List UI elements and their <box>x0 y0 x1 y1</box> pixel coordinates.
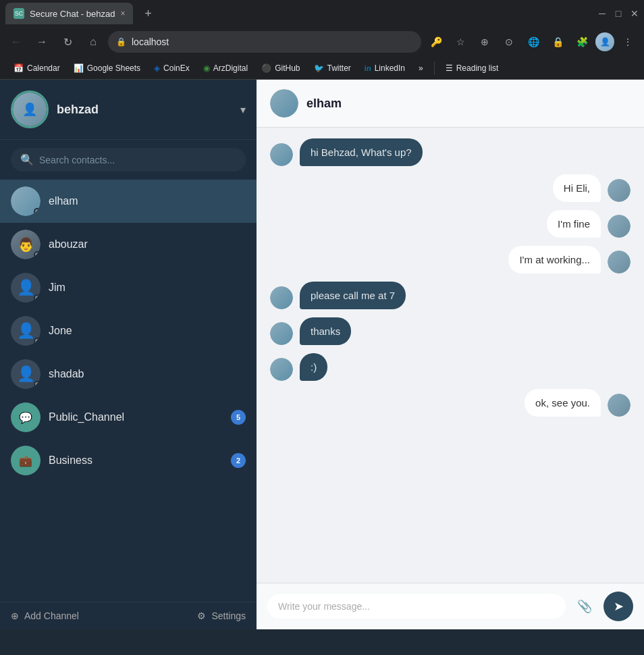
attach-button[interactable]: 📎 <box>572 594 597 619</box>
message-row: ok, see you. <box>270 389 630 417</box>
contact-item-elham[interactable]: elham <box>0 180 257 223</box>
bookmark-twitter[interactable]: 🐦 Twitter <box>308 61 356 75</box>
contact-item-abouzar[interactable]: 👨 abouzar <box>0 223 257 266</box>
message-bubble: I'm at working... <box>508 246 601 273</box>
contact-item-public-channel[interactable]: 💬 Public_Channel 5 <box>0 396 257 439</box>
star-button[interactable]: ☆ <box>450 31 471 53</box>
message-bubble: Hi Eli, <box>553 174 601 202</box>
message-bubble: ok, see you. <box>525 389 601 417</box>
address-text: localhost <box>132 36 169 47</box>
twitter-icon: 🐦 <box>314 63 324 73</box>
user-dropdown-button[interactable]: ▾ <box>240 103 246 116</box>
contact-avatar-business: 💼 <box>11 446 41 475</box>
bookmark-github[interactable]: ⚫ GitHub <box>256 61 305 75</box>
message-bubble: hi Behzad, What's up? <box>300 138 423 166</box>
more-bookmarks-button[interactable]: » <box>413 61 429 75</box>
bookmark-sheets[interactable]: 📊 Google Sheets <box>68 61 146 75</box>
minimize-button[interactable]: ─ <box>598 9 606 18</box>
contact-item-business[interactable]: 💼 Business 2 <box>0 439 257 482</box>
contact-name-shadab: shadab <box>49 368 246 380</box>
bookmark-label: CoinEx <box>163 63 190 73</box>
message-avatar <box>608 394 630 417</box>
tab-favicon: SC <box>14 8 24 19</box>
bookmark-label: GitHub <box>275 63 300 73</box>
sidebar: 👤 behzad ▾ 🔍 elham 👨 <box>0 80 257 629</box>
message-avatar <box>608 179 630 202</box>
online-indicator <box>34 338 41 344</box>
bookmarks-bar: 📅 Calendar 📊 Google Sheets ◈ CoinEx ◉ Ar… <box>0 57 644 80</box>
arzdigital-icon: ◉ <box>203 63 210 73</box>
translate-icon: 🌐 <box>522 31 544 53</box>
contact-item-jim[interactable]: 👤 Jim <box>0 266 257 309</box>
add-channel-button[interactable]: ⊕ Add Channel <box>11 610 79 621</box>
bookmark-coinex[interactable]: ◈ CoinEx <box>149 61 195 75</box>
lock-icon: 🔒 <box>116 37 126 47</box>
back-button[interactable]: ← <box>5 31 27 53</box>
contact-name-elham: elham <box>49 195 246 207</box>
online-indicator <box>34 208 41 215</box>
home-button[interactable]: ⌂ <box>82 31 104 53</box>
forward-button[interactable]: → <box>31 31 53 53</box>
browser-chrome: SC Secure Chat - behzad × + ─ □ ✕ ← → ↻ … <box>0 0 644 80</box>
bookmark-calendar[interactable]: 📅 Calendar <box>8 61 65 75</box>
new-tab-button[interactable]: + <box>138 4 157 23</box>
key-icon: 🔑 <box>425 31 447 53</box>
message-avatar <box>270 286 293 309</box>
contact-name-business: Business <box>49 454 223 467</box>
title-bar: SC Secure Chat - behzad × + ─ □ ✕ <box>0 0 644 27</box>
sidebar-header: 👤 behzad ▾ <box>0 80 257 140</box>
send-icon: ➤ <box>614 599 624 614</box>
bookmark-label: LinkedIn <box>375 63 405 73</box>
message-avatar <box>270 322 293 345</box>
profile-button[interactable]: 👤 <box>595 32 614 51</box>
nav-actions: 🔑 ☆ ⊕ ⊙ 🌐 🔒 🧩 👤 ⋮ <box>425 31 639 53</box>
message-avatar <box>608 251 630 273</box>
bookmark-arzdigital[interactable]: ◉ ArzDigital <box>198 61 253 75</box>
message-avatar <box>270 358 293 381</box>
contact-avatar-public-channel: 💬 <box>11 402 41 432</box>
contact-avatar-elham <box>11 186 41 216</box>
more-button[interactable]: ⋮ <box>617 31 639 53</box>
message-row: please call me at 7 <box>270 282 630 309</box>
settings-label: Settings <box>211 610 246 621</box>
channel-icon: 💼 <box>19 454 32 467</box>
message-input[interactable] <box>267 594 566 619</box>
message-row: I'm fine <box>270 210 630 238</box>
chat-contact-name: elham <box>306 97 342 111</box>
extensions-button[interactable]: 🧩 <box>571 31 593 53</box>
chat-contact-avatar <box>270 89 298 117</box>
bookmark-label: ArzDigital <box>213 63 248 73</box>
send-button[interactable]: ➤ <box>603 592 633 621</box>
channel-icon: 💬 <box>19 411 32 424</box>
online-indicator <box>34 251 41 258</box>
close-window-button[interactable]: ✕ <box>630 9 639 18</box>
search-box: 🔍 <box>11 148 246 172</box>
profile-icon: 👤 <box>595 32 614 51</box>
address-bar[interactable]: 🔒 localhost <box>108 31 421 53</box>
contact-item-jone[interactable]: 👤 Jone <box>0 309 257 352</box>
tab-close-button[interactable]: × <box>120 9 125 18</box>
reload-button[interactable]: ↻ <box>57 31 78 53</box>
message-row: hi Behzad, What's up? <box>270 138 630 166</box>
settings-button[interactable]: ⚙ Settings <box>197 610 246 621</box>
message-bubble: :) <box>300 353 327 381</box>
reading-list-label: Reading list <box>456 63 499 73</box>
bookmark-linkedin[interactable]: in LinkedIn <box>359 61 410 75</box>
settings-icon: ⚙ <box>197 610 206 621</box>
browser-tab[interactable]: SC Secure Chat - behzad × <box>5 3 133 24</box>
add-channel-label: Add Channel <box>24 610 79 621</box>
user-name: behzad <box>57 103 232 117</box>
chat-area: elham hi Behzad, What's up? Hi Eli, <box>257 80 644 629</box>
message-row: thanks <box>270 317 630 345</box>
reading-list-icon: ☰ <box>446 63 453 73</box>
contact-avatar-abouzar: 👨 <box>11 230 41 259</box>
maximize-button[interactable]: □ <box>614 9 622 18</box>
message-bubble: I'm fine <box>547 210 601 238</box>
contact-item-shadab[interactable]: 👤 shadab <box>0 352 257 396</box>
search-input[interactable] <box>39 155 236 165</box>
window-controls: ─ □ ✕ <box>598 9 639 18</box>
app-container: 👤 behzad ▾ 🔍 elham 👨 <box>0 80 644 629</box>
reading-list-button[interactable]: ☰ Reading list <box>440 61 504 75</box>
online-indicator <box>34 381 41 388</box>
chat-input-area: 📎 ➤ <box>257 583 644 629</box>
